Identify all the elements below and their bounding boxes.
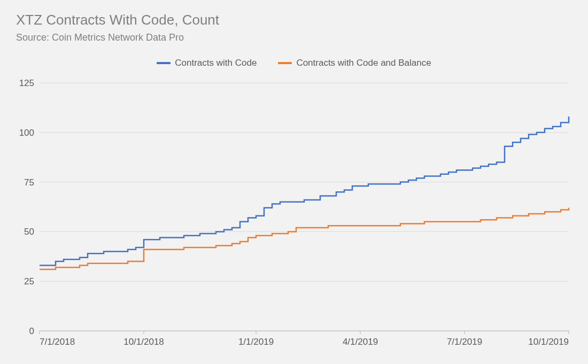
legend-label-a: Contracts with Code [175, 58, 257, 68]
chart-title: XTZ Contracts With Code, Count [16, 12, 219, 28]
svg-text:50: 50 [24, 227, 34, 237]
svg-text:7/1/2018: 7/1/2018 [40, 337, 75, 347]
svg-text:25: 25 [24, 276, 34, 286]
svg-text:125: 125 [19, 78, 34, 88]
svg-text:10/1/2018: 10/1/2018 [123, 337, 164, 347]
plot-area: 02550751001257/1/201810/1/20181/1/20194/… [16, 78, 572, 348]
svg-text:0: 0 [29, 326, 34, 336]
chart-container: XTZ Contracts With Code, Count Source: C… [0, 0, 588, 364]
chart-subtitle: Source: Coin Metrics Network Data Pro [16, 32, 184, 43]
legend-item-contracts-with-code: Contracts with Code [157, 58, 257, 68]
legend-item-contracts-with-code-and-balance: Contracts with Code and Balance [278, 58, 431, 68]
legend-label-b: Contracts with Code and Balance [296, 58, 431, 68]
svg-text:7/1/2019: 7/1/2019 [447, 337, 482, 347]
svg-text:75: 75 [24, 177, 34, 188]
legend-swatch-a [157, 62, 171, 64]
legend-swatch-b [278, 62, 292, 64]
svg-text:4/1/2019: 4/1/2019 [343, 337, 378, 347]
svg-text:10/1/2019: 10/1/2019 [528, 337, 569, 347]
chart-svg: 02550751001257/1/201810/1/20181/1/20194/… [16, 78, 572, 348]
svg-text:1/1/2019: 1/1/2019 [238, 337, 274, 347]
legend: Contracts with Code Contracts with Code … [0, 58, 588, 68]
svg-text:100: 100 [19, 128, 34, 138]
